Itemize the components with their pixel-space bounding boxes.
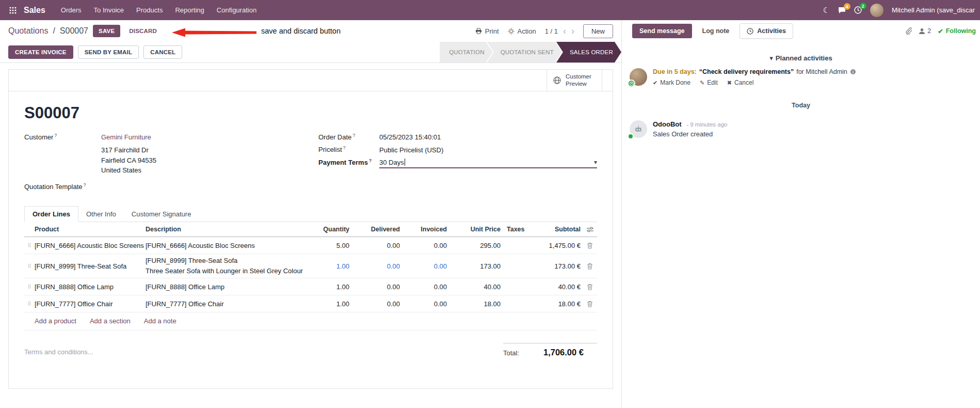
send-by-email-button[interactable]: SEND BY EMAIL <box>78 45 139 59</box>
pager-count[interactable]: 1 / 1 <box>545 27 558 35</box>
drag-handle-icon[interactable]: ⠿ <box>24 284 35 290</box>
add-a-note-link[interactable]: Add a note <box>144 317 176 325</box>
followers-button[interactable]: 2 <box>919 27 931 35</box>
tab-other-info[interactable]: Other Info <box>78 206 124 222</box>
dropdown-caret-icon[interactable]: ▾ <box>594 159 597 166</box>
new-button[interactable]: New <box>583 24 613 38</box>
col-delivered[interactable]: Delivered <box>351 226 402 233</box>
discard-button[interactable]: DISCARD <box>125 25 161 37</box>
col-description[interactable]: Description <box>146 226 314 233</box>
cell-delivered[interactable]: 0.00 <box>351 283 402 291</box>
menu-products[interactable]: Products <box>130 0 169 20</box>
mark-done-button[interactable]: ✔Mark Done <box>653 79 690 86</box>
apps-grid-icon[interactable] <box>5 7 21 14</box>
drag-handle-icon[interactable]: ⠿ <box>24 263 35 269</box>
menu-to-invoice[interactable]: To Invoice <box>88 0 131 20</box>
user-avatar[interactable] <box>870 4 883 17</box>
column-settings-icon[interactable] <box>583 227 597 232</box>
pager-previous-icon[interactable]: ‹ <box>563 26 566 36</box>
delete-row-icon[interactable] <box>583 263 597 270</box>
edit-activity-button[interactable]: ✎Edit <box>700 79 718 86</box>
attachments-icon[interactable] <box>906 27 912 35</box>
menu-orders[interactable]: Orders <box>55 0 88 20</box>
breadcrumb-quotations[interactable]: Quotations <box>8 26 48 36</box>
cell-invoiced[interactable]: 0.00 <box>402 283 449 291</box>
page-title: S00007 <box>24 104 597 122</box>
cell-invoiced[interactable]: 0.00 <box>402 300 449 308</box>
col-invoiced[interactable]: Invoiced <box>402 226 449 233</box>
cell-unit-price[interactable]: 40.00 <box>449 283 503 291</box>
log-note-button[interactable]: Log note <box>702 27 730 35</box>
pager-next-icon[interactable]: › <box>571 26 574 36</box>
cell-invoiced[interactable]: 0.00 <box>402 242 449 249</box>
cell-product[interactable]: [FURN_8888] Office Lamp <box>35 283 146 291</box>
cell-delivered[interactable]: 0.00 <box>351 242 402 249</box>
delete-row-icon[interactable] <box>583 242 597 249</box>
dark-mode-icon[interactable]: ☾ <box>823 6 829 15</box>
collapse-caret-icon[interactable]: ▾ <box>769 54 773 62</box>
annotation-text: save and discard button <box>261 27 341 35</box>
cell-quantity[interactable]: 1.00 <box>314 283 351 291</box>
cancel-button[interactable]: CANCEL <box>143 45 182 59</box>
cell-product[interactable]: [FURN_6666] Acoustic Bloc Screens <box>35 242 146 249</box>
cell-unit-price[interactable]: 18.00 <box>449 300 503 308</box>
delete-row-icon[interactable] <box>583 284 597 290</box>
pricelist-field[interactable]: Public Pricelist (USD) <box>379 146 597 154</box>
messages-icon[interactable]: 4 <box>838 7 846 14</box>
cell-unit-price[interactable]: 295.00 <box>449 242 503 249</box>
cell-invoiced[interactable]: 0.00 <box>402 262 449 270</box>
action-button[interactable]: Action <box>508 27 536 35</box>
col-unit-price[interactable]: Unit Price <box>449 226 503 233</box>
cancel-activity-button[interactable]: ✖Cancel <box>727 79 754 86</box>
cell-quantity[interactable]: 5.00 <box>314 242 351 249</box>
customer-preview-button[interactable]: Customer Preview <box>547 70 602 91</box>
menu-reporting[interactable]: Reporting <box>169 0 210 20</box>
message-author[interactable]: OdooBot <box>653 120 682 128</box>
user-menu[interactable]: Mitchell Admin (save_discar <box>892 6 975 14</box>
cell-description[interactable]: [FURN_6666] Acoustic Bloc Screens <box>146 242 314 249</box>
send-message-button[interactable]: Send message <box>632 24 692 38</box>
cell-product[interactable]: [FURN_8999] Three-Seat Sofa <box>35 262 146 270</box>
activities-button[interactable]: Activities <box>740 23 793 39</box>
info-icon[interactable] <box>850 69 856 75</box>
order-date-field[interactable]: 05/25/2023 15:40:01 <box>379 133 597 141</box>
drag-handle-icon[interactable]: ⠿ <box>24 243 35 248</box>
cell-description[interactable]: [FURN_8999] Three-Seat Sofa Three Seater… <box>146 256 314 276</box>
col-taxes[interactable]: Taxes <box>503 226 529 233</box>
cell-subtotal: 1,475.00 € <box>529 242 583 249</box>
customer-link[interactable]: Gemini Furniture <box>101 133 151 141</box>
activities-clock-icon[interactable]: 2 <box>854 6 862 14</box>
following-button[interactable]: ✔ Following <box>938 27 976 35</box>
state-quotation-sent[interactable]: QUOTATION SENT <box>487 42 562 62</box>
app-brand[interactable]: Sales <box>24 6 45 15</box>
menu-configuration[interactable]: Configuration <box>211 0 263 20</box>
cell-delivered[interactable]: 0.00 <box>351 262 402 270</box>
col-quantity[interactable]: Quantity <box>314 226 351 233</box>
cell-product[interactable]: [FURN_7777] Office Chair <box>35 300 146 308</box>
add-a-product-link[interactable]: Add a product <box>35 317 76 325</box>
save-button[interactable]: SAVE <box>93 25 120 37</box>
print-button[interactable]: Print <box>475 27 499 35</box>
cell-description[interactable]: [FURN_8888] Office Lamp <box>146 283 314 291</box>
terms-placeholder[interactable]: Terms and conditions... <box>24 343 93 357</box>
create-invoice-button[interactable]: CREATE INVOICE <box>8 45 73 59</box>
col-product[interactable]: Product <box>35 226 146 233</box>
planned-activities-header[interactable]: ▾Planned activities <box>622 54 980 62</box>
cell-quantity[interactable]: 1.00 <box>314 300 351 308</box>
cell-description[interactable]: [FURN_7777] Office Chair <box>146 300 314 308</box>
main-panel: Quotations / S00007 SAVE DISCARD save an… <box>0 20 622 408</box>
state-quotation[interactable]: QUOTATION <box>440 42 492 62</box>
delete-row-icon[interactable] <box>583 301 597 307</box>
add-a-section-link[interactable]: Add a section <box>90 317 131 325</box>
text-cursor <box>405 159 405 166</box>
col-subtotal[interactable]: Subtotal <box>529 226 583 233</box>
cell-unit-price[interactable]: 173.00 <box>449 262 503 270</box>
clock-icon <box>747 28 753 35</box>
tab-order-lines[interactable]: Order Lines <box>24 206 78 222</box>
tab-customer-signature[interactable]: Customer Signature <box>124 206 199 222</box>
state-sales-order[interactable]: SALES ORDER <box>556 42 621 62</box>
cell-quantity[interactable]: 1.00 <box>314 262 351 270</box>
drag-handle-icon[interactable]: ⠿ <box>24 301 35 307</box>
payment-terms-field[interactable]: 30 Days ▾ <box>379 159 597 168</box>
cell-delivered[interactable]: 0.00 <box>351 300 402 308</box>
